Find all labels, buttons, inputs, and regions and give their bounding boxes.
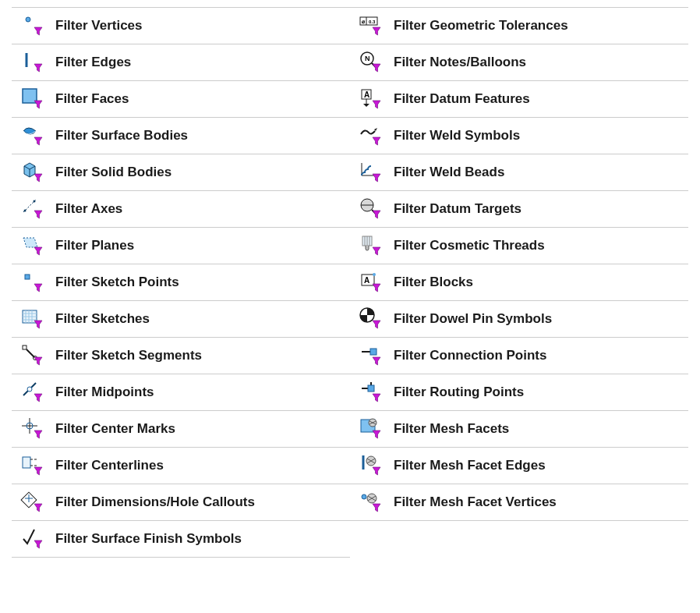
filter-label: Filter Solid Bodies bbox=[51, 165, 171, 180]
filter-label: Filter Cosmetic Threads bbox=[389, 238, 545, 253]
filter-label: Filter Blocks bbox=[389, 275, 473, 290]
filter-datum-targets[interactable]: Filter Datum Targets bbox=[350, 190, 688, 228]
dot-icon bbox=[15, 13, 51, 38]
filter-label: Filter Sketch Segments bbox=[51, 348, 202, 363]
segment-icon bbox=[15, 343, 51, 368]
svg-point-0 bbox=[26, 17, 30, 22]
meshedge-icon bbox=[353, 453, 389, 478]
filter-label: Filter Surface Bodies bbox=[51, 128, 188, 144]
solid-icon bbox=[15, 160, 51, 185]
svg-text:N: N bbox=[365, 55, 370, 62]
filter-label: Filter Dowel Pin Symbols bbox=[389, 311, 552, 327]
note-icon: N bbox=[353, 50, 389, 75]
filter-label: Filter Surface Finish Symbols bbox=[51, 531, 242, 547]
filter-sketches[interactable]: Filter Sketches bbox=[12, 300, 350, 338]
filter-label: Filter Mesh Facet Vertices bbox=[389, 494, 557, 510]
filter-surface-bodies[interactable]: Filter Surface Bodies bbox=[12, 117, 350, 154]
filter-planes[interactable]: Filter Planes bbox=[12, 227, 350, 264]
filter-dimensions[interactable]: Filter Dimensions/Hole Callouts bbox=[12, 484, 350, 521]
plane-icon bbox=[15, 233, 51, 258]
dowel-icon bbox=[353, 306, 389, 331]
filter-label: Filter Weld Beads bbox=[389, 165, 504, 180]
sketch-icon bbox=[15, 306, 51, 331]
filter-label: Filter Mesh Facet Edges bbox=[389, 458, 546, 473]
filter-mesh-vertices[interactable]: Filter Mesh Facet Vertices bbox=[350, 484, 688, 521]
svg-point-5 bbox=[34, 200, 36, 203]
svg-line-15 bbox=[27, 349, 34, 357]
filter-centerlines[interactable]: Filter Centerlines bbox=[12, 447, 350, 484]
filter-label: Filter Weld Symbols bbox=[389, 128, 520, 144]
axis-icon bbox=[15, 197, 51, 221]
filter-label: Filter Center Marks bbox=[51, 421, 175, 437]
svg-text:A: A bbox=[364, 90, 369, 99]
filter-label: Filter Dimensions/Hole Callouts bbox=[51, 494, 255, 510]
svg-point-61 bbox=[362, 494, 366, 499]
filter-weld-beads[interactable]: Filter Weld Beads bbox=[350, 154, 688, 191]
filter-label: Filter Planes bbox=[51, 238, 134, 253]
weldsym-icon bbox=[353, 123, 389, 148]
filter-label: Filter Edges bbox=[51, 55, 131, 70]
filter-geo-tol[interactable]: ⌀ 0.3 Filter Geometric Tolerances bbox=[350, 7, 688, 44]
svg-rect-49 bbox=[370, 349, 377, 355]
filter-axes[interactable]: Filter Axes bbox=[12, 190, 350, 228]
filter-center-marks[interactable]: Filter Center Marks bbox=[12, 410, 350, 448]
filter-edges[interactable]: Filter Edges bbox=[12, 44, 350, 81]
filter-label: Filter Datum Features bbox=[389, 91, 530, 107]
filter-surface-finish[interactable]: Filter Surface Finish Symbols bbox=[12, 520, 350, 558]
centermark-icon bbox=[15, 416, 51, 441]
filter-routing-points[interactable]: Filter Routing Points bbox=[350, 374, 688, 411]
thread-icon bbox=[353, 233, 389, 258]
filter-label: Filter Sketch Points bbox=[51, 275, 179, 290]
dimension-icon bbox=[15, 490, 51, 515]
filter-cosmetic-threads[interactable]: Filter Cosmetic Threads bbox=[350, 227, 688, 264]
meshvert-icon bbox=[353, 490, 389, 515]
filter-midpoints[interactable]: Filter Midpoints bbox=[12, 374, 350, 411]
surffinish-icon bbox=[15, 526, 51, 551]
filter-notes[interactable]: N Filter Notes/Balloons bbox=[350, 44, 688, 81]
filter-label: Filter Midpoints bbox=[51, 384, 154, 400]
svg-text:0.3: 0.3 bbox=[369, 19, 376, 24]
filter-faces[interactable]: Filter Faces bbox=[12, 80, 350, 118]
meshfacet-icon bbox=[353, 416, 389, 441]
filter-label: Filter Notes/Balloons bbox=[389, 55, 526, 70]
svg-point-18 bbox=[27, 387, 32, 392]
filter-label: Filter Axes bbox=[51, 201, 122, 217]
sketchpoint-icon bbox=[15, 270, 51, 295]
block-icon: A bbox=[353, 270, 389, 295]
datumtgt-icon bbox=[353, 197, 389, 221]
gtol-icon: ⌀ 0.3 bbox=[353, 13, 389, 38]
svg-text:A: A bbox=[364, 276, 369, 285]
filter-weld-symbols[interactable]: Filter Weld Symbols bbox=[350, 117, 688, 154]
svg-rect-14 bbox=[23, 345, 27, 349]
weldbead-icon bbox=[353, 160, 389, 185]
filter-mesh-edges[interactable]: Filter Mesh Facet Edges bbox=[350, 447, 688, 484]
filter-label: Filter Centerlines bbox=[51, 458, 164, 473]
filter-mesh-facets[interactable]: Filter Mesh Facets bbox=[350, 410, 688, 448]
filter-blocks[interactable]: A Filter Blocks bbox=[350, 264, 688, 301]
filter-table: Filter Vertices Filter Edges Filter Face… bbox=[12, 8, 688, 558]
svg-rect-22 bbox=[23, 457, 30, 468]
filter-solid-bodies[interactable]: Filter Solid Bodies bbox=[12, 154, 350, 191]
datumfeat-icon: A bbox=[353, 87, 389, 112]
filter-label: Filter Datum Targets bbox=[389, 201, 521, 217]
filter-dowel[interactable]: Filter Dowel Pin Symbols bbox=[350, 300, 688, 338]
filter-sketch-segments[interactable]: Filter Sketch Segments bbox=[12, 337, 350, 374]
filter-label: Filter Geometric Tolerances bbox=[389, 18, 568, 34]
filter-connection-points[interactable]: Filter Connection Points bbox=[350, 337, 688, 374]
filter-label: Filter Sketches bbox=[51, 311, 150, 327]
svg-point-46 bbox=[373, 273, 376, 276]
filter-label: Filter Faces bbox=[51, 91, 129, 107]
svg-rect-6 bbox=[25, 275, 30, 279]
connpt-icon bbox=[353, 343, 389, 368]
filter-label: Filter Vertices bbox=[51, 18, 143, 34]
centerline-icon bbox=[15, 453, 51, 478]
filter-vertices[interactable]: Filter Vertices bbox=[12, 7, 350, 44]
filter-label: Filter Mesh Facets bbox=[389, 421, 509, 437]
midpoint-icon bbox=[15, 380, 51, 405]
filter-label: Filter Connection Points bbox=[389, 348, 546, 363]
filter-label: Filter Routing Points bbox=[389, 384, 524, 400]
filter-datum-features[interactable]: A Filter Datum Features bbox=[350, 80, 688, 118]
filter-sketch-points[interactable]: Filter Sketch Points bbox=[12, 264, 350, 301]
face-icon bbox=[15, 87, 51, 112]
edge-icon bbox=[15, 50, 51, 75]
